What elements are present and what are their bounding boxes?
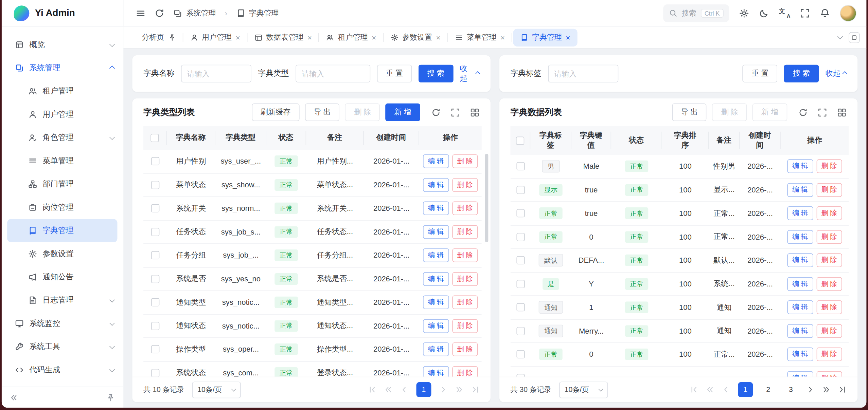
edit-button[interactable]: 编 辑 bbox=[423, 178, 449, 192]
row-checkbox[interactable] bbox=[151, 298, 159, 306]
user-avatar[interactable] bbox=[840, 5, 856, 21]
fullscreen-icon[interactable] bbox=[800, 8, 810, 18]
collapse-filter-link[interactable]: 收起 bbox=[460, 63, 479, 83]
breadcrumb-item-dict[interactable]: 字典管理 bbox=[236, 8, 279, 18]
sidebar-item-tenant[interactable]: 租户管理 bbox=[2, 80, 123, 103]
pin-icon[interactable] bbox=[168, 34, 176, 41]
next-5-pages-icon[interactable] bbox=[455, 386, 463, 394]
row-checkbox[interactable] bbox=[516, 256, 525, 264]
delete-button[interactable]: 删 除 bbox=[816, 160, 842, 173]
delete-button[interactable]: 删 除 bbox=[816, 206, 842, 220]
close-icon[interactable]: × bbox=[566, 34, 570, 41]
page-number[interactable]: 1 bbox=[416, 382, 431, 397]
row-checkbox[interactable] bbox=[516, 280, 525, 288]
row-checkbox[interactable] bbox=[516, 233, 525, 241]
refresh-table-icon[interactable] bbox=[798, 108, 808, 117]
tab-params[interactable]: 参数设置 × bbox=[384, 26, 448, 48]
edit-button[interactable]: 编 辑 bbox=[787, 160, 813, 173]
row-checkbox[interactable] bbox=[151, 345, 159, 353]
notifications-bell-icon[interactable] bbox=[820, 8, 830, 18]
sidebar-item-overview[interactable]: 概览 bbox=[2, 33, 123, 56]
select-all-checkbox[interactable] bbox=[516, 136, 524, 145]
sidebar-item-codegen[interactable]: 代码生成 bbox=[2, 358, 123, 381]
sidebar-item-role[interactable]: 角色管理 bbox=[2, 126, 123, 149]
prev-page-icon[interactable] bbox=[722, 386, 730, 394]
row-checkbox[interactable] bbox=[516, 186, 525, 194]
edit-button[interactable]: 编 辑 bbox=[423, 342, 449, 356]
prev-5-pages-icon[interactable] bbox=[384, 386, 392, 394]
delete-button[interactable]: 删 除 bbox=[452, 154, 478, 168]
delete-button[interactable]: 删 除 bbox=[452, 202, 478, 216]
sidebar-item-dept[interactable]: 部门管理 bbox=[2, 172, 123, 195]
delete-button[interactable]: 删 除 bbox=[816, 183, 842, 197]
dict-label-input[interactable] bbox=[548, 65, 618, 82]
fullscreen-table-icon[interactable] bbox=[818, 108, 827, 117]
edit-button[interactable]: 编 辑 bbox=[787, 183, 813, 197]
sidebar-item-logs[interactable]: 日志管理 bbox=[2, 289, 123, 312]
collapse-filter-link[interactable]: 收起 bbox=[826, 69, 847, 78]
tab-tenant-mgmt[interactable]: 租户管理 × bbox=[319, 26, 383, 48]
search-button[interactable]: 搜 索 bbox=[784, 65, 819, 82]
sidebar-item-monitor[interactable]: 系统监控 bbox=[2, 312, 123, 335]
search-button[interactable]: 搜 索 bbox=[419, 65, 453, 82]
refresh-table-icon[interactable] bbox=[431, 108, 441, 117]
last-page-icon[interactable] bbox=[471, 386, 479, 394]
add-button[interactable]: 新 增 bbox=[752, 104, 787, 121]
fullscreen-table-icon[interactable] bbox=[450, 108, 460, 117]
next-page-icon[interactable] bbox=[806, 386, 814, 394]
sidebar-item-params[interactable]: 参数设置 bbox=[2, 242, 123, 265]
export-button[interactable]: 导 出 bbox=[672, 104, 707, 121]
delete-button[interactable]: 删 除 bbox=[816, 348, 842, 361]
row-checkbox[interactable] bbox=[151, 251, 159, 259]
delete-button[interactable]: 删 除 bbox=[816, 371, 842, 377]
collapse-sidebar-icon[interactable] bbox=[10, 393, 18, 402]
delete-button[interactable]: 删 除 bbox=[452, 319, 478, 333]
prev-5-pages-icon[interactable] bbox=[706, 386, 714, 394]
edit-button[interactable]: 编 辑 bbox=[423, 272, 449, 286]
delete-button[interactable]: 删 除 bbox=[452, 296, 478, 310]
delete-button[interactable]: 删 除 bbox=[452, 178, 478, 192]
row-checkbox[interactable] bbox=[516, 209, 525, 217]
dict-type-input[interactable] bbox=[296, 65, 370, 82]
row-checkbox[interactable] bbox=[516, 327, 525, 335]
tab-user-mgmt[interactable]: 用户管理 × bbox=[183, 26, 247, 48]
edit-button[interactable]: 编 辑 bbox=[787, 348, 813, 361]
delete-button[interactable]: 删 除 bbox=[816, 254, 842, 267]
add-button[interactable]: 新 增 bbox=[386, 104, 420, 121]
page-size-select[interactable]: 10条/页 bbox=[192, 381, 241, 398]
edit-button[interactable]: 编 辑 bbox=[423, 248, 449, 262]
page-number[interactable]: 1 bbox=[738, 382, 753, 397]
last-page-icon[interactable] bbox=[838, 386, 846, 394]
close-icon[interactable]: × bbox=[307, 34, 312, 41]
sidebar-item-post[interactable]: 岗位管理 bbox=[2, 196, 123, 219]
edit-button[interactable]: 编 辑 bbox=[787, 230, 813, 244]
first-page-icon[interactable] bbox=[690, 386, 698, 394]
row-checkbox[interactable] bbox=[151, 157, 159, 165]
edit-button[interactable]: 编 辑 bbox=[787, 254, 813, 267]
delete-button[interactable]: 删 除 bbox=[816, 230, 842, 244]
column-settings-icon[interactable] bbox=[470, 108, 480, 117]
edit-button[interactable]: 编 辑 bbox=[423, 225, 449, 239]
sidebar-item-menu[interactable]: 菜单管理 bbox=[2, 149, 123, 172]
settings-gear-icon[interactable] bbox=[739, 8, 749, 18]
delete-button[interactable]: 删 除 bbox=[345, 104, 380, 121]
next-5-pages-icon[interactable] bbox=[822, 386, 830, 394]
delete-button[interactable]: 删 除 bbox=[712, 104, 747, 121]
close-icon[interactable]: × bbox=[500, 34, 505, 41]
global-search[interactable]: 搜索 Ctrl K bbox=[663, 4, 729, 22]
edit-button[interactable]: 编 辑 bbox=[787, 324, 813, 338]
tab-menu-mgmt[interactable]: 菜单管理 × bbox=[448, 26, 512, 48]
sidebar-item-notice[interactable]: 通知公告 bbox=[2, 265, 123, 288]
edit-button[interactable]: 编 辑 bbox=[787, 371, 813, 377]
edit-button[interactable]: 编 辑 bbox=[423, 154, 449, 168]
translate-icon[interactable]: 文A bbox=[779, 8, 790, 18]
sidebar-item-tools[interactable]: 系统工具 bbox=[2, 335, 123, 358]
sidebar-item-user[interactable]: 用户管理 bbox=[2, 103, 123, 126]
reset-button[interactable]: 重 置 bbox=[743, 65, 777, 82]
row-checkbox[interactable] bbox=[151, 228, 159, 236]
tabs-dropdown-icon[interactable] bbox=[837, 34, 843, 39]
sidebar-item-dict[interactable]: 字典管理 bbox=[7, 219, 117, 242]
edit-button[interactable]: 编 辑 bbox=[787, 277, 813, 291]
close-icon[interactable]: × bbox=[235, 34, 240, 41]
delete-button[interactable]: 删 除 bbox=[452, 272, 478, 286]
